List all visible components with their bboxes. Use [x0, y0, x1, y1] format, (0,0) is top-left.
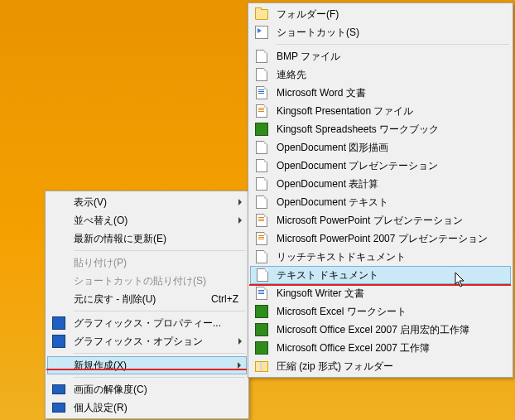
menu-item[interactable]: Microsoft Office Excel 2007 启用宏的工作簿	[250, 321, 511, 339]
menu-item[interactable]: OpenDocument 表計算	[250, 175, 511, 193]
zip-icon	[255, 360, 268, 373]
menu-item-label: 連絡先	[277, 68, 306, 82]
menu-item[interactable]: OpenDocument テキスト	[250, 193, 511, 211]
menu-item-label: 元に戻す - 削除(U)	[74, 292, 156, 307]
menu-item-label: Microsoft PowerPoint プレゼンテーション	[277, 214, 463, 228]
menu-item[interactable]: 圧縮 (zip 形式) フォルダー	[250, 357, 511, 375]
menu-item[interactable]: BMP ファイル	[250, 47, 511, 65]
green-icon	[255, 341, 268, 355]
menu-item-label: グラフィックス・オプション	[74, 335, 203, 349]
menu-item[interactable]: フォルダー(F)	[250, 5, 511, 23]
desktop-context-menu: 表示(V)並べ替え(O)最新の情報に更新(E)貼り付け(P)ショートカットの貼り…	[45, 191, 249, 419]
submenu-arrow-icon	[238, 338, 242, 345]
menu-item[interactable]: Kingsoft Writer 文書	[250, 284, 511, 302]
menu-item-label: Microsoft Office Excel 2007 启用宏的工作簿	[277, 323, 469, 337]
menu-item[interactable]: OpenDocument 図形描画	[250, 138, 511, 157]
page-icon	[255, 196, 268, 209]
menu-item[interactable]: OpenDocument プレゼンテーション	[250, 157, 511, 175]
green-icon	[255, 305, 268, 318]
menu-item-label: OpenDocument プレゼンテーション	[277, 159, 438, 173]
submenu-arrow-icon	[238, 217, 242, 224]
menu-separator	[74, 377, 245, 378]
menu-item-label: グラフィックス・プロパティー...	[74, 316, 221, 331]
menu-item[interactable]: 元に戻す - 削除(U)Ctrl+Z	[47, 290, 247, 308]
submenu-arrow-icon	[238, 362, 241, 369]
menu-item-label: 貼り付け(P)	[74, 256, 127, 270]
menu-item-label: 圧縮 (zip 形式) フォルダー	[277, 360, 393, 374]
menu-item: 貼り付け(P)	[47, 253, 247, 272]
page-icon	[255, 159, 268, 172]
shortcut-icon	[255, 26, 268, 39]
page-icon	[255, 50, 268, 63]
menu-item-label: OpenDocument 表計算	[277, 177, 378, 191]
menu-item[interactable]: Microsoft Word 文書	[250, 84, 511, 102]
menu-item[interactable]: 最新の情報に更新(E)	[47, 229, 247, 248]
menu-item-label: 個人設定(R)	[74, 401, 128, 415]
menu-item-label: 並べ替え(O)	[74, 214, 128, 228]
menu-item-label: テキスト ドキュメント	[277, 268, 378, 282]
page-orange-icon	[255, 232, 268, 245]
monitor-icon	[52, 383, 65, 396]
page-red-icon	[255, 104, 268, 118]
menu-item[interactable]: グラフィックス・オプション	[47, 332, 247, 350]
menu-item-label: Microsoft Excel ワークシート	[277, 305, 407, 319]
page-icon	[256, 268, 269, 282]
menu-item-label: 表示(V)	[74, 196, 107, 210]
menu-item-label: OpenDocument テキスト	[277, 196, 388, 210]
annotation-line	[46, 369, 247, 370]
new-submenu: フォルダー(F)ショートカット(S)BMP ファイル連絡先Microsoft W…	[248, 2, 513, 378]
menu-item[interactable]: 新規作成(X)	[47, 356, 247, 374]
menu-separator	[74, 250, 245, 251]
green-icon	[255, 123, 268, 136]
menu-item-label: ショートカット(S)	[277, 26, 359, 40]
contact-icon	[255, 68, 268, 81]
page-orange-icon	[255, 214, 268, 227]
menu-item-label: Kingsoft Writer 文書	[277, 287, 364, 301]
page-icon	[255, 177, 268, 191]
annotation-line	[249, 284, 511, 286]
menu-item-label: Microsoft Word 文書	[277, 86, 366, 100]
menu-item-label: リッチテキストドキュメント	[277, 250, 406, 264]
menu-item[interactable]: 並べ替え(O)	[47, 211, 247, 229]
blue-square-icon	[52, 335, 65, 348]
menu-item-label: Microsoft Office Excel 2007 工作簿	[277, 341, 430, 355]
menu-item[interactable]: テキスト ドキュメント	[250, 266, 511, 284]
menu-item[interactable]: Kingsoft Spreadsheets ワークブック	[250, 120, 511, 138]
green-icon	[255, 323, 268, 336]
page-icon	[255, 250, 268, 263]
menu-item[interactable]: Microsoft Excel ワークシート	[250, 302, 511, 321]
menu-item[interactable]: 画面の解像度(C)	[47, 380, 247, 398]
menu-item-label: Kingsoft Presentation ファイル	[277, 104, 413, 118]
menu-item[interactable]: 連絡先	[250, 65, 511, 84]
submenu-arrow-icon	[238, 199, 242, 205]
menu-item-label: Microsoft PowerPoint 2007 プレゼンテーション	[277, 232, 488, 246]
menu-separator	[277, 44, 509, 45]
monitor-icon	[52, 401, 65, 414]
menu-item[interactable]: Microsoft PowerPoint プレゼンテーション	[250, 211, 511, 229]
menu-item[interactable]: ショートカット(S)	[250, 23, 511, 41]
page-blue-icon	[255, 86, 268, 99]
menu-item[interactable]: Microsoft Office Excel 2007 工作簿	[250, 339, 511, 357]
menu-item-shortcut: Ctrl+Z	[211, 293, 238, 305]
folder-icon	[255, 7, 268, 21]
menu-item-label: フォルダー(F)	[277, 7, 339, 22]
menu-item[interactable]: 表示(V)	[47, 193, 247, 211]
blue-square-icon	[52, 316, 65, 330]
menu-item[interactable]: 個人設定(R)	[47, 398, 247, 417]
menu-item-label: 画面の解像度(C)	[74, 383, 147, 397]
menu-item[interactable]: リッチテキストドキュメント	[250, 248, 511, 266]
page-blue-icon	[255, 287, 268, 300]
menu-item-label: Kingsoft Spreadsheets ワークブック	[277, 123, 439, 137]
menu-item-label: ショートカットの貼り付け(S)	[74, 274, 206, 288]
menu-separator	[74, 311, 245, 311]
menu-item: ショートカットの貼り付け(S)	[47, 272, 247, 290]
menu-separator	[74, 353, 245, 354]
menu-item-label: 最新の情報に更新(E)	[74, 232, 166, 246]
menu-item[interactable]: Kingsoft Presentation ファイル	[250, 102, 511, 120]
menu-item-label: BMP ファイル	[277, 50, 340, 64]
menu-item[interactable]: グラフィックス・プロパティー...	[47, 314, 247, 332]
page-icon	[255, 141, 268, 154]
menu-item[interactable]: Microsoft PowerPoint 2007 プレゼンテーション	[250, 229, 511, 248]
menu-item-label: OpenDocument 図形描画	[277, 141, 388, 155]
